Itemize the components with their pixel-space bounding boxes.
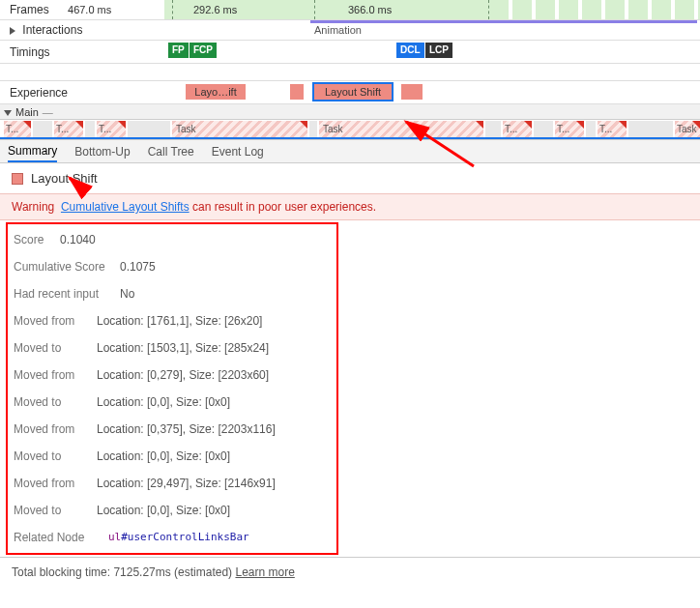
detail-value: 0.1075 [120,260,156,274]
tab-call-tree[interactable]: Call Tree [148,140,194,162]
timeline-panel: Frames 467.0 ms 292.6 ms 366.0 ms 328.4 … [0,0,700,140]
exp-block-small2[interactable] [401,84,423,100]
detail-value: Location: [0,0], Size: [0x0] [97,449,230,463]
task-block[interactable]: T... [503,121,532,137]
detail-row: Moved fromLocation: [0,279], Size: [2203… [12,362,333,389]
detail-value: Location: [1761,1], Size: [26x20] [97,314,262,328]
detail-value: Location: [29,497], Size: [2146x91] [97,477,276,490]
details-box: Score0.1040 Cumulative Score0.1075 Had r… [6,222,338,555]
task-block[interactable]: T... [598,121,627,137]
summary-title: Layout Shift [31,171,98,186]
detail-row: Moved toLocation: [1503,1], Size: [285x2… [12,334,333,362]
footer-text: Total blocking time: 7125.27ms (estimate… [12,565,235,579]
details-tabs: Summary Bottom-Up Call Tree Event Log [0,140,700,163]
expand-icon[interactable] [10,27,15,35]
task-gap [33,121,52,137]
detail-label: Moved from [14,368,87,382]
main-dash: — [43,106,53,118]
learn-more-link[interactable]: Learn more [235,565,294,579]
interactions-track[interactable]: Animation [164,20,700,40]
row-timings: Timings FP FCP DCL LCP [0,41,700,64]
detail-row: Score0.1040 [12,226,333,253]
warning-label: Warning [12,200,54,214]
detail-label: Moved from [14,477,87,490]
task-block[interactable]: T... [555,121,584,137]
badge-fp[interactable]: FP [168,43,189,58]
detail-row: Moved fromLocation: [29,497], Size: [214… [12,470,333,497]
interaction-label: Animation [314,24,362,36]
detail-row: Moved fromLocation: [0,375], Size: [2203… [12,416,333,443]
detail-row: Cumulative Score0.1075 [12,253,333,280]
row-experience: Experience Layo…ift Layout Shift [0,81,700,104]
exp-layo-ift[interactable]: Layo…ift [186,84,246,100]
row-label-experience: Experience [0,86,164,100]
row-main-header[interactable]: Main — [0,104,700,120]
detail-value: No [120,287,134,301]
badge-lcp[interactable]: LCP [425,43,452,58]
detail-label: Moved from [14,314,87,328]
task-block[interactable]: T... [97,121,126,137]
frame-time-1: 292.6 ms [193,4,237,15]
detail-value: Location: [0,0], Size: [0x0] [97,395,230,409]
detail-row: Moved toLocation: [0,0], Size: [0x0] [12,443,333,470]
detail-label: Had recent input [14,287,110,301]
row-spacer [0,64,700,81]
interaction-bar[interactable] [310,20,697,23]
experience-track[interactable]: Layo…ift Layout Shift [164,81,700,103]
exp-block-small[interactable] [290,84,304,100]
detail-value: Location: [1503,1], Size: [285x24] [97,341,269,355]
task-block[interactable]: T... [54,121,83,137]
detail-label: Moved to [14,341,87,355]
main-label: Main [15,106,39,118]
row-label-timings: Timings [0,45,164,59]
exp-layout-shift-selected[interactable]: Layout Shift [314,84,392,100]
detail-label: Score [14,233,50,246]
footer: Total blocking time: 7125.27ms (estimate… [0,557,700,587]
detail-label: Cumulative Score [14,260,110,274]
row-interactions: Interactions Animation [0,20,700,41]
warning-bar: Warning Cumulative Layout Shifts can res… [0,193,700,220]
related-node-value[interactable]: ul#userControlLinksBar [108,531,249,544]
detail-label: Moved to [14,504,87,517]
summary-header: Layout Shift [0,163,700,193]
collapse-icon[interactable] [4,110,12,116]
row-label-frames: Frames 467.0 ms [0,3,164,16]
detail-value: Location: [0,279], Size: [2203x60] [97,368,269,382]
row-frames: Frames 467.0 ms 292.6 ms 366.0 ms 328.4 [0,0,700,20]
frames-track[interactable]: 292.6 ms 366.0 ms 328.4 [164,0,700,19]
detail-row: Moved toLocation: [0,0], Size: [0x0] [12,389,333,416]
label-text: Frames [10,3,49,16]
label-text: Interactions [22,23,82,37]
detail-value: Location: [0,0], Size: [0x0] [97,504,230,517]
detail-row: Moved fromLocation: [1761,1], Size: [26x… [12,307,333,334]
detail-row: Had recent inputNo [12,280,333,307]
task-block[interactable]: Task [319,121,483,137]
badge-fcp[interactable]: FCP [190,43,217,58]
task-block[interactable]: Task [172,121,307,137]
tab-summary[interactable]: Summary [8,140,57,162]
warning-link[interactable]: Cumulative Layout Shifts [61,200,190,214]
tasks-track[interactable]: T... T... T... Task Task T... T... T... … [0,120,700,139]
task-block[interactable]: T... [4,121,31,137]
tab-event-log[interactable]: Event Log [212,140,264,162]
detail-label: Moved from [14,422,87,436]
tab-bottom-up[interactable]: Bottom-Up [74,140,130,162]
frame-time-0: 467.0 ms [68,4,111,15]
detail-row-related-node: Related Node ul#userControlLinksBar [12,524,333,551]
detail-value: Location: [0,375], Size: [2203x116] [97,422,276,436]
color-swatch [12,173,23,185]
detail-label: Moved to [14,449,87,463]
detail-label: Moved to [14,395,87,409]
warning-rest: can result in poor user experiences. [190,200,376,214]
badge-dcl[interactable]: DCL [396,43,424,58]
row-label-interactions: Interactions [0,23,164,37]
detail-row: Moved toLocation: [0,0], Size: [0x0] [12,497,333,524]
task-block[interactable]: Task [675,121,700,137]
frame-time-2: 366.0 ms [348,4,392,15]
timings-track[interactable]: FP FCP DCL LCP [164,41,700,63]
detail-value: 0.1040 [60,233,96,246]
detail-label: Related Node [14,531,99,544]
